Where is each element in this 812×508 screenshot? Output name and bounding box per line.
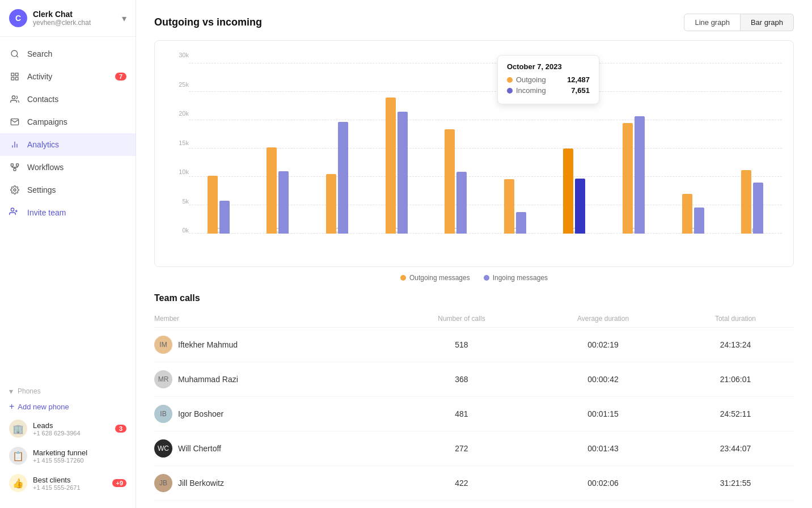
tooltip-incoming-value: 7,651 [571, 86, 590, 95]
member-avatar: MR [154, 370, 172, 388]
legend-incoming: Ingoing messages [484, 274, 548, 282]
chart-title: Outgoing vs incoming [154, 16, 262, 28]
tooltip-date: October 7, 2023 [507, 62, 590, 71]
bar-group-5 [485, 179, 545, 234]
total-duration: 21:25:44 [677, 501, 794, 509]
calls-count: 422 [394, 466, 529, 501]
calls-count: 368 [394, 362, 529, 397]
chart-legend: Outgoing messages Ingoing messages [154, 274, 794, 282]
add-phone-button[interactable]: + Add new phone [0, 398, 136, 415]
legend-incoming-label: Ingoing messages [493, 274, 548, 282]
header-total: Total duration [677, 310, 794, 328]
calls-count: 272 [394, 431, 529, 466]
bar-group-3 [367, 98, 426, 234]
avg-duration: 00:00:42 [529, 362, 677, 397]
sidebar: C Clerk Chat yevhen@clerk.chat ▾ Search … [0, 0, 136, 508]
sidebar-item-activity[interactable]: Activity 7 [0, 65, 136, 88]
avg-duration: 00:02:06 [529, 466, 677, 501]
sidebar-item-contacts[interactable]: Contacts [0, 88, 136, 111]
phone-item-leads[interactable]: 🏢 Leads +1 628 629-3964 3 [0, 415, 136, 442]
member-cell: MRMuhammad Razi [154, 370, 394, 388]
sidebar-item-label: Analytics [27, 140, 59, 149]
sidebar-item-analytics[interactable]: Analytics [0, 133, 136, 156]
marketing-info: Marketing funnel +1 415 559-17260 [33, 448, 126, 464]
bar-outgoing-3 [386, 98, 396, 234]
leads-badge: 3 [115, 425, 126, 433]
bar-group-6 [545, 149, 604, 234]
sidebar-item-campaigns[interactable]: Campaigns [0, 111, 136, 133]
table-row: IBIgor Boshoer48100:01:1524:52:11 [154, 397, 794, 431]
table-row: IMIftekher Mahmud51800:02:1924:13:24 [154, 328, 794, 362]
bar-chart: 30k25k20k15k10k5k0k October 7, 2023 Outg… [154, 40, 794, 267]
app-header[interactable]: C Clerk Chat yevhen@clerk.chat ▾ [0, 0, 136, 37]
member-avatar: JB [154, 474, 172, 492]
line-graph-button[interactable]: Line graph [684, 14, 740, 31]
bar-outgoing-5 [504, 179, 514, 234]
search-icon [9, 48, 20, 60]
bar-group-0 [189, 176, 248, 234]
table-row: MRMuhammad Razi36800:00:4221:06:01 [154, 362, 794, 397]
bar-outgoing-7 [623, 123, 633, 234]
activity-icon [9, 71, 20, 82]
legend-outgoing: Outgoing messages [400, 274, 470, 282]
svg-rect-3 [15, 73, 18, 76]
leads-avatar: 🏢 [9, 420, 27, 438]
sidebar-item-label: Activity [27, 72, 52, 81]
bar-outgoing-1 [267, 147, 277, 234]
invite-team-label: Invite team [27, 208, 66, 217]
phone-item-best[interactable]: 👍 Best clients +1 415 555-2671 +9 [0, 469, 136, 497]
app-logo: C [9, 9, 27, 27]
sidebar-item-label: Contacts [27, 95, 58, 104]
sidebar-item-settings[interactable]: Settings [0, 179, 136, 201]
sidebar-item-label: Settings [27, 185, 56, 194]
total-duration: 24:52:11 [677, 397, 794, 431]
total-duration: 23:44:07 [677, 431, 794, 466]
bar-incoming-0 [219, 201, 230, 234]
plus-icon: + [9, 401, 14, 412]
avg-duration: 00:01:43 [529, 431, 677, 466]
app-email: yevhen@clerk.chat [33, 19, 91, 27]
sidebar-item-search[interactable]: Search [0, 43, 136, 65]
bar-outgoing-8 [682, 194, 692, 234]
table-row: JHJosh Hancock19200:01:1221:25:44 [154, 501, 794, 509]
marketing-number: +1 415 559-17260 [33, 457, 126, 464]
calls-table-header: Member Number of calls Average duration … [154, 310, 794, 328]
tooltip-outgoing-value: 12,487 [567, 75, 590, 84]
bar-incoming-6 [575, 179, 585, 234]
member-avatar: WC [154, 439, 172, 458]
bar-group-4 [426, 129, 485, 234]
total-duration: 31:21:55 [677, 466, 794, 501]
bar-group-2 [307, 122, 367, 234]
member-cell: IBIgor Boshoer [154, 405, 394, 423]
bar-graph-button[interactable]: Bar graph [741, 14, 794, 31]
best-info: Best clients +1 415 555-2671 [33, 476, 112, 491]
bar-incoming-5 [516, 212, 526, 234]
avg-duration: 00:01:15 [529, 397, 677, 431]
incoming-dot [507, 88, 513, 94]
member-cell: IMIftekher Mahmud [154, 336, 394, 354]
bar-group-9 [722, 170, 782, 234]
bar-incoming-9 [753, 183, 763, 234]
member-avatar: IM [154, 336, 172, 354]
campaigns-icon [9, 116, 20, 128]
svg-rect-4 [11, 77, 14, 80]
bar-incoming-4 [456, 172, 467, 234]
svg-point-0 [11, 50, 18, 57]
chart-header: Outgoing vs incoming Line graph Bar grap… [154, 14, 794, 31]
sidebar-item-workflows[interactable]: Workflows [0, 156, 136, 179]
member-name: Jill Berkowitz [178, 479, 224, 488]
team-calls-section: Team calls Member Number of calls Averag… [154, 293, 794, 508]
bar-group-8 [663, 194, 723, 234]
bar-incoming-8 [694, 208, 704, 234]
main-content: Outgoing vs incoming Line graph Bar grap… [136, 0, 812, 508]
phone-item-marketing[interactable]: 📋 Marketing funnel +1 415 559-17260 [0, 442, 136, 469]
invite-team-button[interactable]: Invite team [0, 201, 136, 224]
bars-area: October 7, 2023 Outgoing 12,487 Incoming [189, 52, 782, 234]
svg-rect-5 [15, 77, 18, 80]
leads-number: +1 628 629-3964 [33, 430, 115, 437]
avg-duration: 00:01:12 [529, 501, 677, 509]
header-row: Member Number of calls Average duration … [154, 310, 794, 328]
avg-duration: 00:02:19 [529, 328, 677, 362]
chevron-down-icon: ▾ [122, 13, 126, 24]
calls-count: 518 [394, 328, 529, 362]
